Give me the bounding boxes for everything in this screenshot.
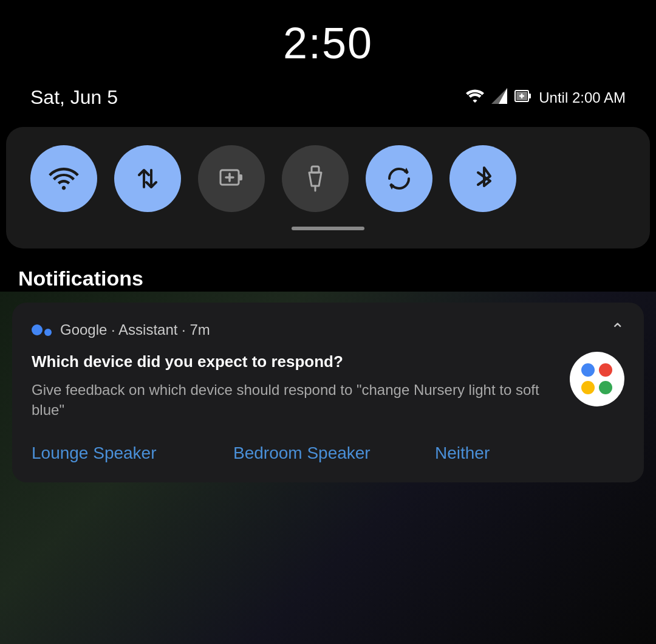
wifi-status-icon (466, 89, 484, 107)
notification-card: Google · Assistant · 7m ⌃ Which device d… (12, 303, 644, 482)
svg-rect-3 (528, 94, 531, 98)
google-dot-small-blue (44, 329, 52, 336)
time-display: 2:50 (30, 18, 626, 68)
auto-rotate-toggle[interactable] (366, 145, 432, 212)
assistant-dot-green (599, 381, 612, 394)
notifications-section: Notifications Google · Assistant · 7m ⌃ … (0, 248, 656, 495)
notification-header: Google · Assistant · 7m ⌃ (32, 320, 624, 340)
top-area: 2:50 Sat, Jun 5 (0, 0, 656, 109)
notification-title-text: Which device did you expect to respond? (32, 352, 558, 372)
quick-toggle-row (30, 145, 626, 212)
assistant-logo (570, 352, 624, 406)
panel-handle[interactable] (292, 227, 364, 230)
date-text: Sat, Jun 5 (30, 86, 118, 109)
notification-actions: Lounge Speaker Bedroom Speaker Neither (32, 439, 624, 468)
data-transfer-toggle[interactable] (114, 145, 181, 212)
notification-app-info: Google · Assistant · 7m (32, 321, 210, 338)
until-text: Until 2:00 AM (539, 89, 626, 106)
battery-icon (514, 89, 531, 107)
bluetooth-toggle[interactable] (449, 145, 516, 212)
bedroom-speaker-button[interactable]: Bedroom Speaker (233, 439, 423, 468)
collapse-notification-button[interactable]: ⌃ (610, 320, 624, 340)
assistant-dot-yellow (581, 381, 595, 394)
notifications-title: Notifications (12, 267, 644, 290)
battery-saver-toggle[interactable] (198, 145, 265, 212)
status-icons: Until 2:00 AM (466, 88, 626, 108)
google-dots-icon (32, 324, 52, 336)
lounge-speaker-button[interactable]: Lounge Speaker (32, 439, 221, 468)
assistant-dot-red (599, 363, 612, 377)
notification-text-area: Which device did you expect to respond? … (32, 352, 558, 420)
google-dot-blue (32, 324, 43, 335)
assistant-dot-blue (581, 363, 595, 377)
flashlight-toggle[interactable] (282, 145, 349, 212)
svg-rect-8 (239, 174, 242, 180)
wifi-toggle[interactable] (30, 145, 97, 212)
assistant-dots-grid (581, 363, 613, 395)
quick-settings-panel (6, 127, 650, 248)
status-row: Sat, Jun 5 (30, 86, 626, 109)
neither-button[interactable]: Neither (435, 439, 624, 468)
notification-body-text: Give feedback on which device should res… (32, 380, 558, 420)
notification-body: Which device did you expect to respond? … (32, 352, 624, 420)
app-meta-text: Google · Assistant · 7m (60, 321, 210, 338)
signal-icon (491, 88, 507, 108)
